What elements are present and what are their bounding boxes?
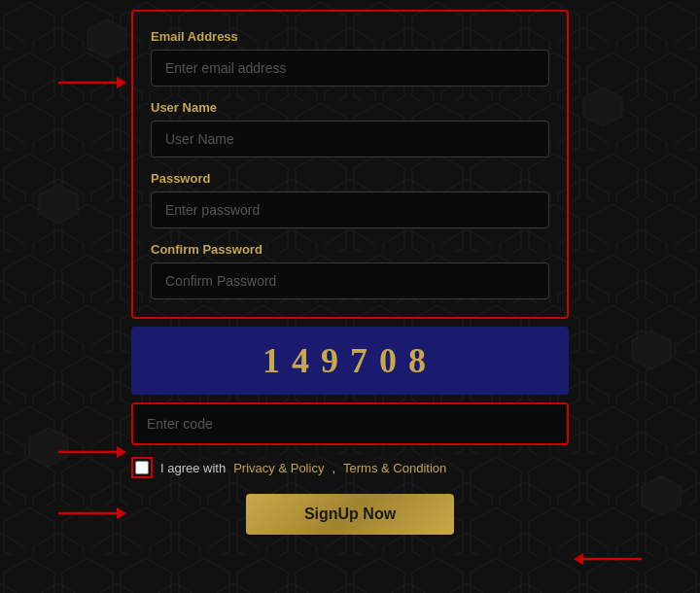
form-container: Email Address User Name Password Confirm… xyxy=(131,10,569,535)
agree-separator: , xyxy=(332,461,335,475)
arrow-signup-indicator xyxy=(574,549,642,573)
captcha-value: 149708 xyxy=(262,341,438,380)
form-fields-box: Email Address User Name Password Confirm… xyxy=(131,10,569,319)
svg-marker-18 xyxy=(574,553,583,565)
username-label: User Name xyxy=(151,100,549,115)
email-label: Email Address xyxy=(151,29,549,44)
username-input[interactable] xyxy=(151,121,549,157)
signup-button[interactable]: SignUp Now xyxy=(246,494,454,535)
agree-row: I agree with Privacy & Policy , Terms & … xyxy=(131,457,569,478)
password-label: Password xyxy=(151,171,549,186)
svg-marker-12 xyxy=(117,77,126,88)
arrow-code-indicator xyxy=(58,442,126,466)
signup-btn-wrapper: SignUp Now xyxy=(131,494,569,535)
code-input-wrapper xyxy=(131,402,569,445)
username-field-group: User Name xyxy=(151,100,549,157)
confirm-password-field-group: Confirm Password xyxy=(151,242,549,299)
svg-marker-16 xyxy=(117,507,126,519)
terms-condition-link[interactable]: Terms & Condition xyxy=(343,461,446,475)
arrow-agree-indicator xyxy=(58,504,126,527)
agree-checkbox[interactable] xyxy=(135,461,149,474)
captcha-code-input[interactable] xyxy=(133,404,567,443)
privacy-policy-link[interactable]: Privacy & Policy xyxy=(233,461,324,475)
confirm-password-label: Confirm Password xyxy=(151,242,549,257)
email-input[interactable] xyxy=(151,50,549,87)
password-field-group: Password xyxy=(151,171,549,228)
confirm-password-input[interactable] xyxy=(151,262,549,299)
email-field-group: Email Address xyxy=(151,29,549,87)
checkbox-wrapper xyxy=(131,457,153,478)
agree-text-label: I agree with xyxy=(160,461,226,475)
password-input[interactable] xyxy=(151,192,549,228)
svg-marker-14 xyxy=(117,446,126,458)
arrow-form-indicator xyxy=(58,73,126,96)
captcha-box: 149708 xyxy=(131,327,569,395)
